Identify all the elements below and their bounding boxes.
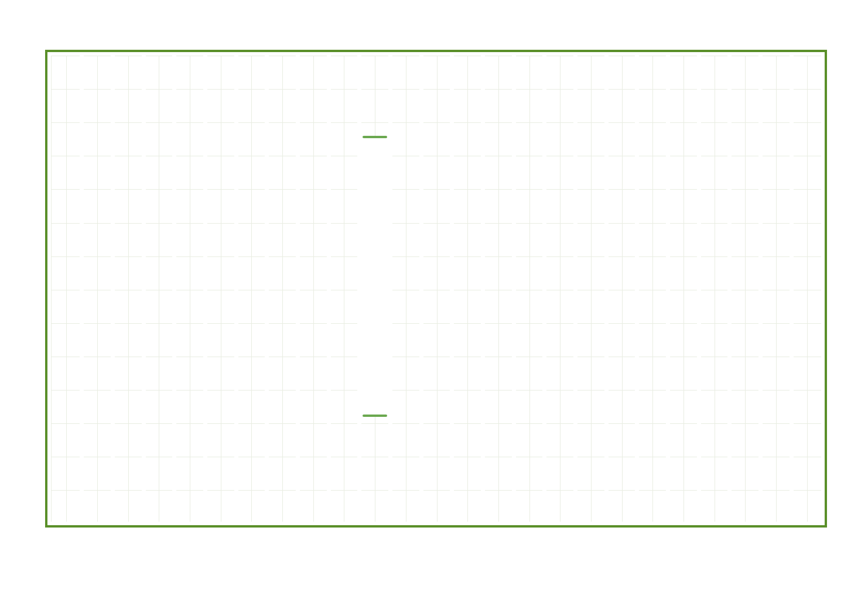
grid-pair-gap [512,56,516,522]
grid-pair-gap [203,56,207,522]
grid-pair-gap [758,56,763,522]
grid-col-line [807,56,808,522]
grid-col-line [776,56,777,522]
grid-pair-gap [265,56,269,522]
grid-row-line [51,357,821,357]
grid-col-line [51,56,52,522]
grid-col-line [251,56,252,522]
grid-col-line [652,56,653,522]
grid-row-line [51,390,821,391]
grid-pair-gap [142,56,146,522]
grid-row-line [51,323,821,324]
grid-col-line [221,56,221,522]
grid-pair-gap [234,56,238,522]
grid-col-line [128,56,129,522]
grid-col-line [498,56,499,522]
grid-col-line [591,56,592,522]
grid-col-line [684,56,684,522]
grid-row-line [51,122,821,123]
writing-grid[interactable] [51,56,821,522]
grid-pair-gap [111,56,115,522]
grid-col-line [560,56,561,522]
grid-col-line [406,56,406,522]
grid-row-line [51,256,821,257]
grid-pair-gap [573,56,577,522]
grid-row-line [51,56,821,56]
grid-pair-gap [327,56,331,522]
grid-col-line [313,56,314,522]
grid-col-line [159,56,159,522]
grid-col-line [344,56,344,522]
grid-pair-gap [296,56,300,522]
grid-col-line [467,56,468,522]
grid-pair-gap [666,56,670,522]
grid-pair-gap [604,56,609,522]
text-cursor[interactable] [361,136,389,417]
grid-row-line [51,490,821,491]
grid-col-line [622,56,623,522]
text-cursor-bottom-cap [363,415,387,417]
grid-pair-gap [790,56,794,522]
grid-row-line [51,457,821,457]
grid-row-line [51,290,821,290]
grid-row-line [51,189,821,190]
text-cursor-top-cap [363,136,387,138]
grid-col-line [282,56,283,522]
grid-pair-gap [450,56,454,522]
grid-col-line [529,56,530,522]
grid-pair-gap [80,56,84,522]
grid-col-line [97,56,98,522]
grid-row-line [51,223,821,224]
grid-pair-gap [419,56,423,522]
grid-pair-gap [481,56,485,522]
grid-col-line [715,56,715,522]
grid-row-line [51,156,821,156]
grid-pair-gap [697,56,701,522]
board-frame [45,50,827,528]
grid-pair-gap [635,56,639,522]
grid-col-line [66,56,67,522]
drawing-canvas-page [0,0,868,613]
grid-row-line [51,423,821,424]
grid-pair-gap [727,56,732,522]
grid-row-line [51,89,821,90]
grid-col-line [437,56,438,522]
grid-pair-gap [542,56,546,522]
grid-col-line [745,56,746,522]
grid-pair-gap [172,56,176,522]
grid-col-line [190,56,190,522]
